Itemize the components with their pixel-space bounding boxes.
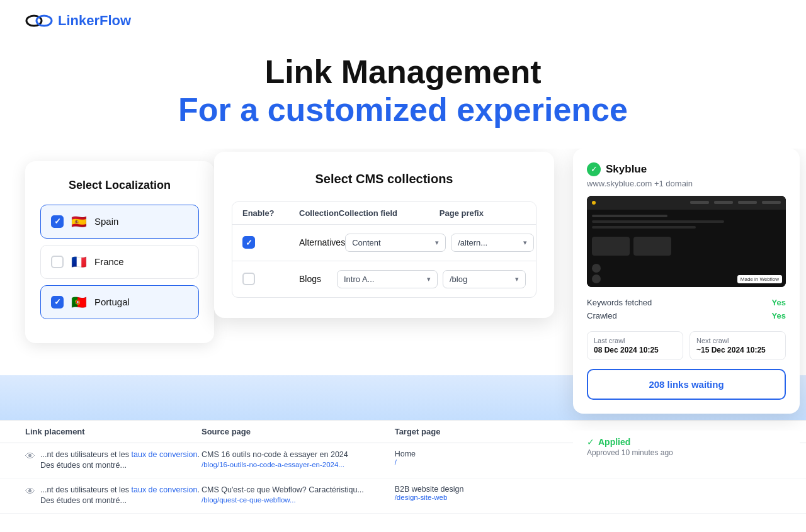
target-title-2: B2B website design <box>395 485 588 494</box>
link-placement-cell-2: 👁 ...nt des utilisateurs et les taux de … <box>25 485 202 507</box>
flag-spain: 🇪🇸 <box>71 214 87 229</box>
content-area: Select Localization 🇪🇸 Spain 🇫🇷 France 🇵… <box>0 149 806 514</box>
stat-keywords: Keywords fetched Yes <box>587 296 786 309</box>
source-title-2: CMS Qu'est-ce que Webflow? Caractéristiq… <box>202 485 395 496</box>
source-url-1[interactable]: /blog/16-outils-no-code-a-essayer-en-202… <box>202 460 395 470</box>
link-anchor-1[interactable]: taux de conversion <box>132 450 198 459</box>
col-enable: Enable? <box>242 208 299 218</box>
table-row: Blogs Intro A... ▾ /blog ▾ <box>232 261 536 297</box>
crawled-label: Crawled <box>587 311 617 320</box>
skyblue-stats: Keywords fetched Yes Crawled Yes <box>587 296 786 322</box>
locale-item-portugal[interactable]: 🇵🇹 Portugal <box>40 285 199 319</box>
svg-point-1 <box>37 16 52 26</box>
cms-table-header: Enable? Collection Collection field Page… <box>232 202 536 225</box>
table-row: Alternatives Content ▾ /altern... ▾ <box>232 225 536 261</box>
col-prefix: Page prefix <box>440 208 528 218</box>
hero-section: Link Management For a customized experie… <box>0 42 806 149</box>
next-crawl-value: ~15 Dec 2024 10:25 <box>696 346 779 354</box>
prefix-select-blogs[interactable]: /blog ▾ <box>443 270 526 288</box>
eye-icon[interactable]: 👁 <box>25 451 35 462</box>
checkbox-blogs[interactable] <box>242 273 255 285</box>
header: LinkerFlow <box>0 0 806 42</box>
col-collection: Collection <box>299 208 339 218</box>
logo[interactable]: LinkerFlow <box>25 11 131 30</box>
skyblue-domain: www.skyblue.com +1 domain <box>587 179 786 188</box>
target-title-1: Home <box>395 450 588 458</box>
last-crawl-value: 08 Dec 2024 10:25 <box>594 346 676 354</box>
skyblue-check-icon: ✓ <box>587 162 601 176</box>
col-source-page: Source page <box>202 427 395 436</box>
field-select-blogs[interactable]: Intro A... ▾ <box>337 270 438 288</box>
source-page-cell-2: CMS Qu'est-ce que Webflow? Caractéristiq… <box>202 485 395 505</box>
hero-title: Link Management <box>25 54 781 90</box>
last-crawl-label: Last crawl <box>594 337 676 344</box>
link-text-2: ...nt des utilisateurs et les taux de co… <box>40 485 202 507</box>
applied-section: ✓ Applied Approved 10 minutes ago <box>573 431 800 463</box>
source-page-cell-1: CMS 16 outils no-code à essayer en 2024 … <box>202 450 395 470</box>
applied-row: ✓ Applied <box>587 437 786 447</box>
target-page-cell-1: Home / <box>395 450 588 466</box>
skyblue-screenshot: Made in Webflow <box>587 196 786 287</box>
field-select-alternatives[interactable]: Content ▾ <box>345 234 446 252</box>
checkbox-portugal[interactable] <box>51 296 64 308</box>
locale-name-portugal: Portugal <box>94 297 130 307</box>
skyblue-card: ✓ Skyblue www.skyblue.com +1 domain <box>573 149 800 414</box>
applied-text: Applied <box>598 437 630 447</box>
keywords-value: Yes <box>772 298 786 307</box>
links-waiting-button[interactable]: 208 links waiting <box>587 369 786 400</box>
skyblue-name: Skyblue <box>606 163 647 176</box>
cms-card-title: Select CMS collections <box>232 172 536 186</box>
locale-item-france[interactable]: 🇫🇷 France <box>40 245 199 279</box>
last-crawl-box: Last crawl 08 Dec 2024 10:25 <box>587 331 683 360</box>
source-title-1: CMS 16 outils no-code à essayer en 2024 <box>202 450 395 461</box>
target-url-1[interactable]: / <box>395 458 588 466</box>
localization-title: Select Localization <box>40 179 199 192</box>
locale-name-spain: Spain <box>94 216 118 227</box>
checkbox-alternatives[interactable] <box>242 236 255 249</box>
target-url-2[interactable]: /design-site-web <box>395 494 588 501</box>
target-page-cell-2: B2B website design /design-site-web <box>395 485 588 501</box>
col-target-page: Target page <box>395 427 588 436</box>
stat-crawled: Crawled Yes <box>587 309 786 322</box>
cms-card: Select CMS collections Enable? Collectio… <box>214 152 554 318</box>
col-field: Collection field <box>339 208 440 218</box>
link-text-1: ...nt des utilisateurs et les taux de co… <box>40 450 202 472</box>
flag-france: 🇫🇷 <box>71 254 87 269</box>
applied-check-icon: ✓ <box>587 437 594 447</box>
next-crawl-label: Next crawl <box>696 337 779 344</box>
locale-name-france: France <box>94 256 124 267</box>
link-anchor-2[interactable]: taux de conversion <box>132 485 198 494</box>
eye-icon[interactable]: 👁 <box>25 486 35 497</box>
localization-card: Select Localization 🇪🇸 Spain 🇫🇷 France 🇵… <box>25 161 214 343</box>
hero-subtitle: For a customized experience <box>25 90 781 129</box>
locale-item-spain[interactable]: 🇪🇸 Spain <box>40 205 199 239</box>
checkbox-spain[interactable] <box>51 215 64 228</box>
collection-name-blogs: Blogs <box>299 274 337 284</box>
approved-text: Approved 10 minutes ago <box>587 448 786 457</box>
prefix-select-alternatives[interactable]: /altern... ▾ <box>451 234 534 252</box>
logo-icon <box>25 11 53 30</box>
cms-table: Enable? Collection Collection field Page… <box>232 201 536 298</box>
source-url-2[interactable]: /blog/quest-ce-que-webflow... <box>202 495 395 505</box>
logo-text: LinkerFlow <box>58 13 131 29</box>
skyblue-header: ✓ Skyblue <box>587 162 786 176</box>
next-crawl-box: Next crawl ~15 Dec 2024 10:25 <box>690 331 786 360</box>
made-badge: Made in Webflow <box>737 275 782 283</box>
table-row: 👁 ...nt des utilisateurs et les taux de … <box>0 478 806 514</box>
crawled-value: Yes <box>772 311 786 320</box>
checkbox-france[interactable] <box>51 256 64 268</box>
flag-portugal: 🇵🇹 <box>71 295 87 310</box>
col-link-placement: Link placement <box>25 427 202 436</box>
link-placement-cell-1: 👁 ...nt des utilisateurs et les taux de … <box>25 450 202 472</box>
keywords-label: Keywords fetched <box>587 298 652 307</box>
crawl-dates: Last crawl 08 Dec 2024 10:25 Next crawl … <box>587 331 786 360</box>
collection-name-alternatives: Alternatives <box>299 237 345 247</box>
